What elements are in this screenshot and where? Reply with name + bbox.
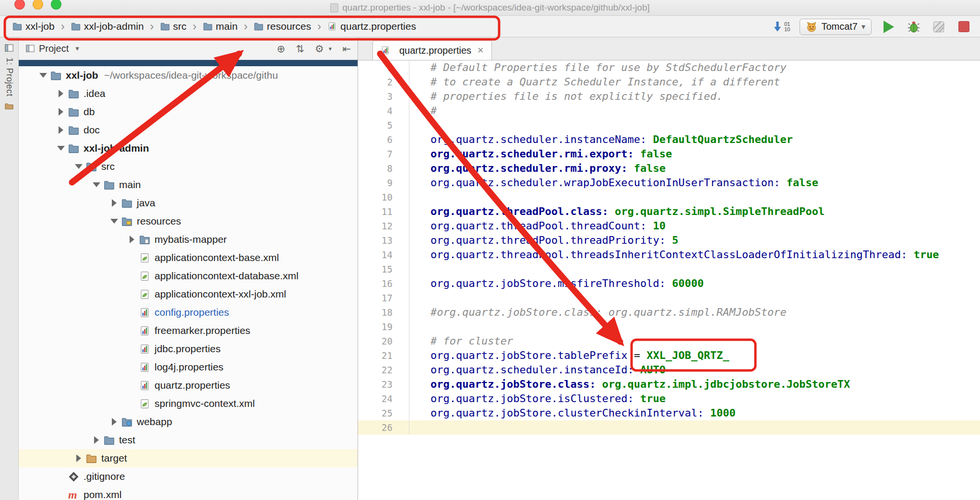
editor-line-2[interactable]: 2# to create a Quartz Scheduler Instance…: [358, 75, 980, 89]
editor-line-14[interactable]: 14org.quartz.threadPool.threadsInheritCo…: [358, 248, 980, 262]
editor-line-19[interactable]: 19: [358, 320, 980, 334]
chevron-expanded-icon[interactable]: [89, 182, 104, 187]
chevron-collapsed-icon[interactable]: [54, 108, 68, 116]
debug-button[interactable]: [906, 19, 921, 35]
tree-node-main[interactable]: main: [19, 176, 358, 194]
run-button[interactable]: [881, 19, 896, 35]
tree-node-mybatis-mapper[interactable]: mybatis-mapper: [19, 230, 358, 249]
code-text: org.quartz.scheduler.instanceName: Defau…: [409, 132, 793, 147]
favorites-stripe-icon[interactable]: [4, 101, 14, 111]
tree-node-freemarker-properties[interactable]: freemarker.properties: [19, 321, 358, 340]
collapse-all-button[interactable]: ⇅: [296, 44, 304, 54]
tree-node-applicationcontext-base-xml[interactable]: applicationcontext-base.xml: [19, 249, 358, 267]
tree-node-db[interactable]: db: [19, 103, 358, 121]
chevron-collapsed-icon[interactable]: [72, 454, 86, 462]
editor-line-13[interactable]: 13org.quartz.threadPool.threadPriority: …: [358, 233, 980, 248]
editor-line-22[interactable]: 22org.quartz.scheduler.instanceId: AUTO: [358, 363, 980, 377]
line-number: 9: [358, 176, 409, 190]
editor-line-10[interactable]: 10: [358, 190, 980, 204]
breadcrumb-separator-icon: ›: [150, 20, 154, 33]
breadcrumb-item-quartz-properties[interactable]: quartz.properties: [325, 20, 418, 33]
editor-body[interactable]: 1# Default Properties file for use by St…: [358, 60, 980, 500]
editor-line-1[interactable]: 1# Default Properties file for use by St…: [358, 60, 980, 75]
breadcrumb-item-xxl-job-admin[interactable]: xxl-job-admin: [69, 20, 146, 33]
tree-node-log4j-properties[interactable]: log4j.properties: [19, 358, 358, 376]
tree-node-label: xxl-job: [66, 70, 98, 81]
chevron-collapsed-icon[interactable]: [107, 199, 121, 207]
chevron-expanded-icon[interactable]: [107, 219, 121, 224]
editor-line-16[interactable]: 16org.quartz.jobStore.misfireThreshold: …: [358, 276, 980, 291]
editor-line-11[interactable]: 11org.quartz.threadPool.class: org.quart…: [358, 204, 980, 219]
close-tab-icon[interactable]: ×: [478, 44, 484, 57]
tree-node-test[interactable]: test: [19, 431, 358, 449]
code-text: #: [409, 104, 437, 118]
chevron-collapsed-icon[interactable]: [125, 236, 139, 243]
editor-line-9[interactable]: 9org.quartz.scheduler.wrapJobExecutionIn…: [358, 176, 980, 190]
vcs-update-widget[interactable]: 01 10: [772, 21, 790, 33]
chevron-collapsed-icon[interactable]: [54, 90, 68, 97]
project-view-dropdown-icon[interactable]: ▾: [75, 44, 79, 53]
tree-node-xxl-job-admin[interactable]: xxl-job-admin: [19, 139, 358, 157]
editor-line-21[interactable]: 21org.quartz.jobStore.tablePrefix = XXL_…: [358, 348, 980, 363]
tree-node-applicationcontext-xxl-job-xml[interactable]: applicationcontext-xxl-job.xml: [19, 285, 358, 303]
editor-line-12[interactable]: 12org.quartz.threadPool.threadCount: 10: [358, 219, 980, 233]
coverage-button[interactable]: [931, 19, 946, 35]
editor-line-17[interactable]: 17: [358, 291, 980, 305]
editor-line-5[interactable]: 5: [358, 118, 980, 132]
editor-line-8[interactable]: 8org.quartz.scheduler.rmi.proxy: false: [358, 161, 980, 176]
editor-line-18[interactable]: 18#org.quartz.jobStore.class: org.quartz…: [358, 305, 980, 320]
tree-node-doc[interactable]: doc: [19, 121, 358, 139]
breadcrumb-item-resources[interactable]: resources: [252, 20, 313, 33]
chevron-collapsed-icon[interactable]: [107, 418, 121, 426]
editor-line-24[interactable]: 24org.quartz.jobStore.isClustered: true: [358, 392, 980, 406]
tree-node-java[interactable]: java: [19, 194, 358, 212]
settings-gear-button[interactable]: ⚙: [315, 44, 324, 54]
tree-node-resources[interactable]: resources: [19, 212, 358, 230]
line-number: 25: [358, 406, 409, 420]
editor-line-15[interactable]: 15: [358, 262, 980, 276]
editor-line-7[interactable]: 7org.quartz.scheduler.rmi.export: false: [358, 147, 980, 161]
minimize-window-button[interactable]: [33, 0, 43, 10]
breadcrumb-separator-icon: ›: [61, 20, 65, 33]
tree-node--gitignore[interactable]: .gitignore: [19, 467, 358, 486]
tree-node-jdbc-properties[interactable]: jdbc.properties: [19, 340, 358, 358]
run-configuration-select[interactable]: Tomcat7 ▾: [800, 19, 872, 35]
tree-node--idea[interactable]: .idea: [19, 84, 358, 103]
editor-line-6[interactable]: 6org.quartz.scheduler.instanceName: Defa…: [358, 132, 980, 147]
chevron-expanded-icon[interactable]: [54, 146, 68, 151]
navigation-bar: xxl-job›xxl-job-admin›src›main›resources…: [0, 16, 980, 37]
editor-line-20[interactable]: 20# for cluster: [358, 334, 980, 348]
code-text: [409, 262, 430, 276]
tree-node-xxl-job[interactable]: xxl-job~/workspaces/idea-git-workspace/g…: [19, 66, 358, 84]
chevron-collapsed-icon[interactable]: [89, 436, 104, 444]
editor-line-4[interactable]: 4#: [358, 104, 980, 118]
chevron-collapsed-icon[interactable]: [54, 126, 68, 134]
close-window-button[interactable]: [14, 0, 25, 10]
zoom-window-button[interactable]: [51, 0, 61, 10]
breadcrumb-item-main[interactable]: main: [201, 20, 240, 33]
line-number: 2: [358, 75, 409, 89]
editor-line-25[interactable]: 25org.quartz.jobStore.clusterCheckinInte…: [358, 406, 980, 420]
tree-node-pom-xml[interactable]: mpom.xml: [19, 486, 358, 500]
folder-resources-icon: [121, 216, 136, 227]
locate-file-button[interactable]: ⊕: [277, 44, 286, 54]
chevron-expanded-icon[interactable]: [72, 164, 86, 169]
breadcrumb-item-src[interactable]: src: [158, 20, 189, 33]
tree-node-config-properties[interactable]: config.properties: [19, 303, 358, 321]
tree-node-springmvc-context-xml[interactable]: springmvc-context.xml: [19, 394, 358, 413]
chevron-expanded-icon[interactable]: [36, 73, 50, 78]
editor-line-3[interactable]: 3# properties file is not explicitly spe…: [358, 89, 980, 104]
breadcrumb-item-xxl-job[interactable]: xxl-job: [11, 20, 57, 33]
tree-node-applicationcontext-database-xml[interactable]: applicationcontext-database.xml: [19, 267, 358, 285]
project-stripe-button[interactable]: 1: Project: [4, 58, 14, 96]
tree-node-target[interactable]: target: [19, 449, 358, 467]
tree-node-quartz-properties[interactable]: quartz.properties: [19, 376, 358, 394]
editor-line-26[interactable]: 26: [358, 420, 980, 435]
editor-line-23[interactable]: 23org.quartz.jobStore.class: org.quartz.…: [358, 377, 980, 392]
hide-panel-button[interactable]: ⇤: [342, 44, 351, 54]
tree-node-webapp[interactable]: webapp: [19, 413, 358, 431]
tab-quartz-properties[interactable]: quartz.properties ×: [372, 40, 492, 60]
folder-icon: [68, 107, 83, 118]
stop-button[interactable]: [956, 19, 971, 35]
tree-node-src[interactable]: src: [19, 157, 358, 176]
